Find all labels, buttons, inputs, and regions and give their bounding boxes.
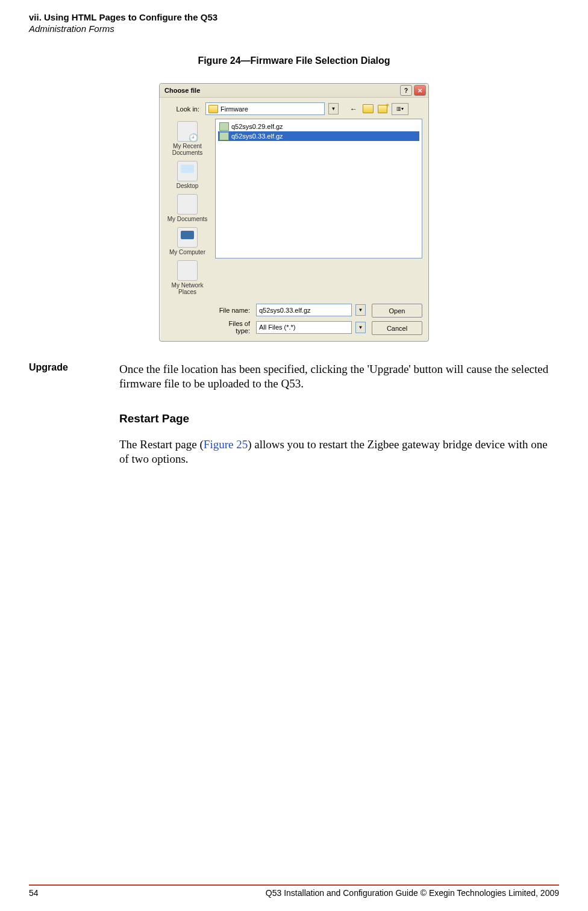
upgrade-paragraph: Once the file location has been specifie…: [119, 362, 559, 391]
filename-value: q52sys0.33.elf.gz: [259, 307, 311, 314]
lookin-combo[interactable]: Firmware: [205, 102, 325, 115]
place-label: My Network Places: [162, 282, 213, 295]
cancel-button[interactable]: Cancel: [372, 321, 422, 335]
lookin-value: Firmware: [220, 105, 248, 113]
figure-caption: Figure 24—Firmware File Selection Dialog: [29, 55, 559, 66]
file-icon: [219, 122, 229, 131]
view-menu-icon[interactable]: ▥▾: [392, 103, 408, 115]
filename-input[interactable]: q52sys0.33.elf.gz: [256, 304, 352, 316]
place-label: Desktop: [162, 183, 213, 189]
choose-file-dialog: Choose file ? ✕ Look in: Firmware ▼ ← ✶ …: [159, 83, 429, 342]
restart-paragraph: The Restart page (Figure 25) allows you …: [119, 437, 559, 466]
filename-label: File name:: [216, 307, 252, 314]
my-documents-icon: [177, 194, 198, 214]
places-bar: My Recent Documents Desktop My Documents…: [160, 119, 215, 300]
restart-text-pre: The Restart page (: [119, 438, 204, 451]
open-button[interactable]: Open: [372, 304, 422, 318]
place-desktop[interactable]: Desktop: [162, 161, 213, 189]
running-header-subtitle: Administration Forms: [29, 23, 559, 34]
filetype-label: Files of type:: [216, 320, 252, 334]
network-places-icon: [177, 260, 198, 281]
place-network[interactable]: My Network Places: [162, 260, 213, 295]
recent-documents-icon: [177, 121, 198, 142]
back-icon[interactable]: ←: [348, 104, 359, 114]
file-icon: [219, 132, 229, 140]
file-item[interactable]: q52sys0.33.elf.gz: [218, 131, 419, 141]
desktop-icon: [177, 161, 198, 181]
file-name: q52sys0.33.elf.gz: [231, 133, 283, 140]
place-label: My Computer: [162, 249, 213, 255]
place-recent[interactable]: My Recent Documents: [162, 121, 213, 156]
place-label: My Recent Documents: [162, 143, 213, 156]
file-list[interactable]: q52sys0.29.elf.gz q52sys0.33.elf.gz: [215, 119, 422, 258]
dialog-title: Choose file: [164, 87, 398, 94]
place-computer[interactable]: My Computer: [162, 227, 213, 255]
dialog-titlebar: Choose file ? ✕: [160, 84, 428, 98]
place-label: My Documents: [162, 216, 213, 222]
filename-dropdown-arrow[interactable]: ▼: [355, 304, 366, 316]
figure-25-link[interactable]: Figure 25: [204, 438, 248, 451]
footer-text: Q53 Installation and Configuration Guide…: [53, 888, 559, 898]
new-folder-icon[interactable]: ✶: [377, 104, 388, 114]
folder-icon: [208, 105, 218, 113]
filetype-combo[interactable]: All Files (*.*): [256, 321, 352, 334]
page-footer: 54 Q53 Installation and Configuration Gu…: [29, 884, 559, 898]
place-documents[interactable]: My Documents: [162, 194, 213, 222]
filetype-value: All Files (*.*): [259, 324, 296, 331]
file-name: q52sys0.29.elf.gz: [231, 123, 283, 130]
page-number: 54: [29, 888, 53, 898]
help-button[interactable]: ?: [400, 85, 412, 96]
my-computer-icon: [177, 227, 198, 248]
up-one-level-icon[interactable]: [363, 104, 374, 114]
running-header-title: vii. Using HTML Pages to Configure the Q…: [29, 12, 559, 22]
close-button[interactable]: ✕: [414, 85, 426, 96]
margin-label-upgrade: Upgrade: [29, 362, 119, 391]
restart-page-heading: Restart Page: [119, 412, 559, 426]
filetype-dropdown-arrow[interactable]: ▼: [355, 322, 366, 333]
lookin-label: Look in:: [166, 105, 202, 113]
file-item[interactable]: q52sys0.29.elf.gz: [218, 122, 419, 131]
lookin-dropdown-arrow[interactable]: ▼: [328, 103, 339, 114]
